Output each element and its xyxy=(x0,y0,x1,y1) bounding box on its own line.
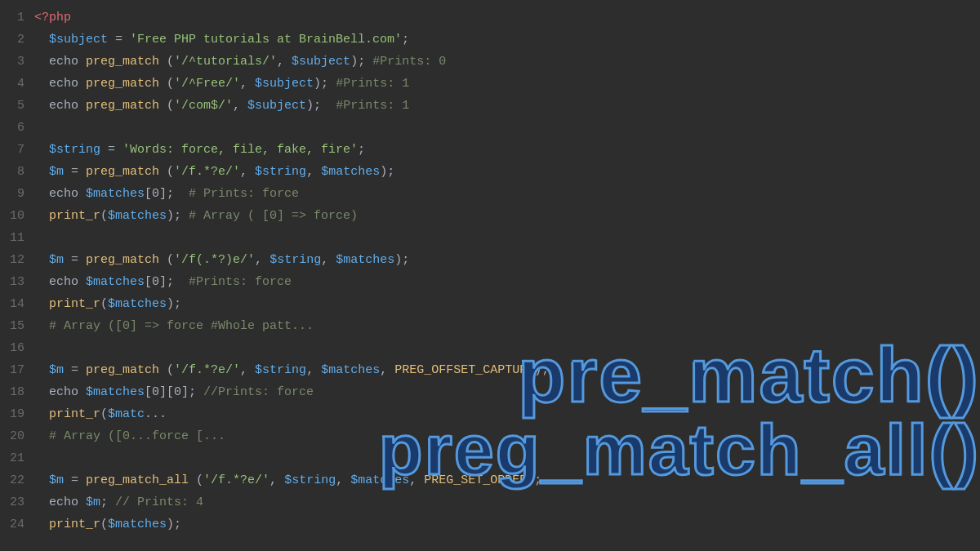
line-content: echo preg_match ('/^tutorials/', $subjec… xyxy=(34,51,446,73)
token: ); xyxy=(527,473,541,487)
line: 20 # Array ([0...force [... xyxy=(0,425,980,447)
token: $string xyxy=(284,473,336,487)
token: preg_match xyxy=(86,253,159,267)
token: PREG_OFFSET_CAPTURE xyxy=(394,363,534,377)
token: = xyxy=(108,33,130,47)
token: ... xyxy=(130,429,152,443)
token: ( xyxy=(159,77,174,91)
line: 2 $subject = 'Free PHP tutorials at Brai… xyxy=(0,29,980,51)
token: = xyxy=(64,165,86,179)
token: ; xyxy=(402,33,409,47)
token: $matches xyxy=(86,275,145,289)
line-number: 18 xyxy=(0,381,34,403)
token: ... xyxy=(203,429,225,443)
line-number: 1 xyxy=(0,7,34,29)
line-content xyxy=(34,227,42,249)
token: print_r xyxy=(49,407,100,421)
line-content: $m = preg_match ('/f(.*?)e/', $string, $… xyxy=(34,249,409,271)
token: $matches xyxy=(321,165,380,179)
line-content: echo preg_match ('/^Free/', $subject); #… xyxy=(34,73,409,95)
line: 13 echo $matches[0]; #Prints: force xyxy=(0,271,980,293)
token: $subject xyxy=(49,33,108,47)
line: 6 xyxy=(0,117,980,139)
line-content: $m = preg_match ('/f.*?e/', $string, $ma… xyxy=(34,161,394,183)
token: , xyxy=(336,473,350,487)
token: = xyxy=(100,143,122,157)
token: echo xyxy=(49,99,86,113)
token: = xyxy=(64,363,86,377)
token: echo xyxy=(49,77,86,91)
token xyxy=(34,495,49,509)
token: echo xyxy=(49,187,86,201)
line-number: 23 xyxy=(0,491,34,513)
token: $string xyxy=(270,253,321,267)
token: '/f.*?e/' xyxy=(174,363,240,377)
token: ); xyxy=(350,55,372,69)
token xyxy=(34,429,49,443)
code-block: 1<?php2 $subject = 'Free PHP tutorials a… xyxy=(0,0,980,551)
token xyxy=(34,209,49,223)
token: '/f.*?e/' xyxy=(174,165,240,179)
line-content: echo $matches[0][0]; //Prints: force xyxy=(34,381,314,403)
token xyxy=(34,33,49,47)
token: , xyxy=(255,253,270,267)
token: ); xyxy=(380,165,394,179)
token: = xyxy=(64,253,86,267)
token xyxy=(34,297,49,311)
line: 12 $m = preg_match ('/f(.*?)e/', $string… xyxy=(0,249,980,271)
token: ( xyxy=(159,55,174,69)
token: $string xyxy=(49,143,100,157)
line-number: 17 xyxy=(0,359,34,381)
token: # Array ([0 xyxy=(49,429,130,443)
line: 17 $m = preg_match ('/f.*?e/', $string, … xyxy=(0,359,980,381)
token: preg_match xyxy=(86,165,159,179)
token xyxy=(34,253,49,267)
token: $m xyxy=(49,473,64,487)
token: ( xyxy=(159,363,174,377)
token: [0]; xyxy=(145,187,189,201)
token: , xyxy=(409,473,424,487)
token: $string xyxy=(255,363,306,377)
token xyxy=(34,77,49,91)
line: 18 echo $matches[0][0]; //Prints: force xyxy=(0,381,980,403)
token: # Array ( [0] => force) xyxy=(189,209,358,223)
line-content: print_r($matches); # Array ( [0] => forc… xyxy=(34,205,358,227)
line-number: 2 xyxy=(0,29,34,51)
token xyxy=(34,385,49,399)
line: 21 xyxy=(0,447,980,469)
token: preg_match xyxy=(86,363,159,377)
line-number: 14 xyxy=(0,293,34,315)
line: 8 $m = preg_match ('/f.*?e/', $string, $… xyxy=(0,161,980,183)
line: 16 xyxy=(0,337,980,359)
token: #Prints: 1 xyxy=(336,99,409,113)
token: ( xyxy=(189,473,203,487)
token: ( xyxy=(100,209,108,223)
token: '/^Free/' xyxy=(174,77,240,91)
token: $string xyxy=(255,165,306,179)
token: $m xyxy=(49,363,64,377)
line-content: print_r($matches); xyxy=(34,293,181,315)
token: , xyxy=(240,165,255,179)
token xyxy=(34,407,49,421)
token: $m xyxy=(86,495,100,509)
token: # Array ([0] => force #Whole patt xyxy=(49,319,292,333)
token: 'Free PHP tutorials at BrainBell.com' xyxy=(130,33,402,47)
token: , xyxy=(240,363,255,377)
token: $matches xyxy=(350,473,409,487)
line-content: $m = preg_match_all ('/f.*?e/', $string,… xyxy=(34,469,541,491)
token: $matches xyxy=(108,209,167,223)
line-number: 7 xyxy=(0,139,34,161)
token xyxy=(34,275,49,289)
token: force [ xyxy=(152,429,203,443)
line-number: 5 xyxy=(0,95,34,117)
token: $m xyxy=(49,253,64,267)
line: 5 echo preg_match ('/com$/', $subject); … xyxy=(0,95,980,117)
line-number: 4 xyxy=(0,73,34,95)
token: ; xyxy=(358,143,365,157)
token: print_r xyxy=(49,209,100,223)
token: $matches xyxy=(86,187,145,201)
line-number: 11 xyxy=(0,227,34,249)
token: 'Words: force, file, fake, fire' xyxy=(122,143,358,157)
token: <?php xyxy=(34,11,71,24)
token: ( xyxy=(100,297,108,311)
